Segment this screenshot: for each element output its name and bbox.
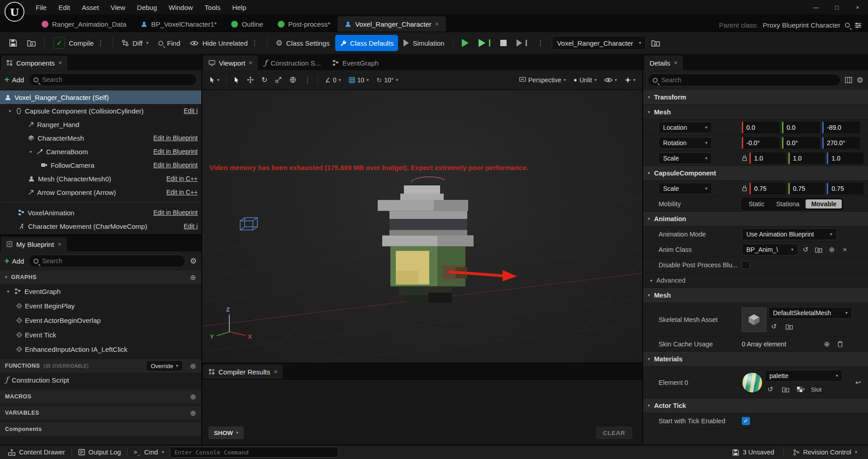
gear-icon[interactable]: ⚙ <box>190 257 197 265</box>
parent-class-value[interactable]: Proxy Blueprint Character <box>763 21 840 29</box>
tab-components[interactable]: Components × <box>1 56 67 70</box>
menu-asset[interactable]: Asset <box>76 0 105 14</box>
add-macro-icon[interactable]: ⊕ <box>190 393 196 401</box>
lock-icon[interactable] <box>742 185 747 192</box>
scale-y-field[interactable]: 1.0 <box>788 152 825 164</box>
menu-tools[interactable]: Tools <box>199 0 226 14</box>
collapse-icon[interactable]: ▾ <box>5 289 11 294</box>
animation-header[interactable]: ▾ Animation <box>643 212 868 227</box>
browse-asset-icon[interactable] <box>784 321 795 332</box>
class-defaults-button[interactable]: Class Defaults <box>335 35 398 51</box>
mobility-movable[interactable]: Movable <box>806 199 842 208</box>
tree-row-mesh-charactermesh0[interactable]: Mesh (CharacterMesh0) Edit in C++ <box>0 172 201 185</box>
world-local-toggle[interactable] <box>286 73 299 87</box>
tree-row-charactermesh[interactable]: CharacterMesh Edit in Blueprint <box>0 131 201 145</box>
variables-section-header[interactable]: VARIABLES ⊕ <box>0 406 201 420</box>
unreal-logo-icon[interactable]: U <box>5 2 24 22</box>
output-log-button[interactable]: Output Log <box>74 445 126 459</box>
edit-link[interactable]: Edit i <box>184 107 198 114</box>
clear-button[interactable]: CLEAR <box>596 426 632 439</box>
tree-row-cameraboom[interactable]: ▾ CameraBoom Edit in Blueprint <box>0 145 201 158</box>
location-z-field[interactable]: -89.0 <box>822 122 860 133</box>
collapse-icon[interactable]: ▾ <box>7 109 13 114</box>
edit-link[interactable]: Edit in Blueprint <box>153 148 198 155</box>
rotation-dropdown[interactable]: Rotation ▾ <box>659 137 712 149</box>
add-function-icon[interactable]: ⊕ <box>190 362 196 370</box>
menu-debug[interactable]: Debug <box>131 0 163 14</box>
add-array-element-icon[interactable]: ⊕ <box>821 339 832 350</box>
close-icon[interactable]: × <box>674 60 678 66</box>
mobility-stationary[interactable]: Stationa <box>771 199 805 208</box>
tab-my-blueprint[interactable]: My Blueprint × <box>1 237 67 251</box>
hide-unrelated-options-icon[interactable]: ⋮ <box>251 39 258 47</box>
add-blueprint-item-button[interactable]: + Add <box>5 257 24 265</box>
functions-section-header[interactable]: FUNCTIONS (35 OVERRIDABLE) Override ▾ ⊕ <box>0 359 201 373</box>
construction-script-row[interactable]: ƒ Construction Script <box>0 373 201 387</box>
edit-link[interactable]: Edit in C++ <box>166 175 198 182</box>
tab-post-process[interactable]: Post-process* <box>270 16 337 32</box>
save-button[interactable] <box>5 35 22 51</box>
add-graph-icon[interactable]: ⊕ <box>190 273 196 282</box>
skeletal-mesh-dropdown[interactable]: DefaultSkeletalMesh ▾ <box>768 307 852 319</box>
tab-viewport[interactable]: Viewport × <box>203 56 258 70</box>
compile-options-icon[interactable]: ⋮ <box>97 39 104 47</box>
details-search-input[interactable] <box>661 76 835 84</box>
tab-outline[interactable]: Outline <box>224 16 270 32</box>
capsule-scale-z-field[interactable]: 0.75 <box>827 183 863 194</box>
display-options-icon[interactable] <box>845 77 852 83</box>
disable-post-process-checkbox[interactable] <box>742 261 750 269</box>
components-section-header[interactable]: Components <box>0 422 201 436</box>
material-options-icon[interactable]: ▾ <box>796 384 806 395</box>
lock-icon[interactable] <box>742 155 747 161</box>
browse-asset-icon[interactable] <box>813 244 824 255</box>
play-options-button[interactable]: ⋮ <box>532 35 548 51</box>
viewmode-effects-dropdown[interactable]: ▾ <box>621 73 639 87</box>
menu-help[interactable]: Help <box>226 0 252 14</box>
class-settings-button[interactable]: ⚙ Class Settings <box>271 35 334 51</box>
maximize-button[interactable]: □ <box>826 0 847 14</box>
eject-button[interactable] <box>512 35 531 51</box>
settings-sliders-icon[interactable] <box>854 22 862 28</box>
graphs-section-header[interactable]: ▾ GRAPHS ⊕ <box>0 270 201 284</box>
menu-file[interactable]: File <box>30 0 52 14</box>
anim-class-dropdown[interactable]: BP_Anim_\ ▾ <box>742 244 798 256</box>
material-dropdown[interactable]: palette ▾ <box>765 370 843 382</box>
enhancedinput-leftclick-row[interactable]: EnhancedInputAction IA_LeftClick <box>0 342 201 356</box>
event-beginplay-row[interactable]: Event BeginPlay <box>0 298 201 313</box>
move-tool-button[interactable] <box>244 73 257 87</box>
close-button[interactable]: × <box>847 0 868 14</box>
add-variable-icon[interactable]: ⊕ <box>190 409 196 417</box>
tree-row-arrow-component[interactable]: Arrow Component (Arrow) Edit in C++ <box>0 185 201 199</box>
browse-asset-icon[interactable] <box>780 384 791 395</box>
content-drawer-button[interactable]: Content Drawer <box>4 445 70 459</box>
add-icon[interactable]: ⊕ <box>826 244 837 255</box>
use-selected-asset-icon[interactable]: ↺ <box>765 384 776 395</box>
menu-window[interactable]: Window <box>163 0 199 14</box>
rotate-tool-button[interactable]: ↻ <box>258 73 270 87</box>
use-selected-asset-icon[interactable]: ↺ <box>800 244 811 255</box>
location-y-field[interactable]: 0.0 <box>782 122 820 133</box>
skeletal-mesh-thumbnail[interactable] <box>742 308 766 332</box>
eventgraph-row[interactable]: ▾ EventGraph <box>0 284 201 298</box>
diff-button[interactable]: Diff ▾ <box>117 35 153 51</box>
select-tool-button[interactable] <box>230 73 242 87</box>
delete-icon[interactable] <box>835 339 845 350</box>
my-blueprint-search-input[interactable] <box>42 257 180 265</box>
menu-edit[interactable]: Edit <box>52 0 76 14</box>
capsule-scale-dropdown[interactable]: Scale ▾ <box>659 183 712 194</box>
animation-mode-dropdown[interactable]: Use Animation Blueprint ▾ <box>742 228 837 240</box>
edit-link[interactable]: Edit in Blueprint <box>153 134 198 142</box>
tab-bp-voxelcharacter1[interactable]: BP_VoxelCharacter1* <box>133 16 224 32</box>
perspective-dropdown[interactable]: Perspective ▾ <box>516 73 569 87</box>
tab-eventgraph[interactable]: EventGraph <box>327 56 384 70</box>
play-button[interactable] <box>457 35 473 51</box>
tree-row-self[interactable]: Voxel_Ranger_Character (Self) <box>0 90 201 104</box>
simulation-button[interactable]: Simulation <box>399 35 449 51</box>
tab-ranger-animation-data[interactable]: Ranger_Animation_Data <box>34 16 133 32</box>
scale-x-field[interactable]: 1.0 <box>749 152 786 164</box>
revision-control-button[interactable]: Revision Control ▾ <box>788 445 862 459</box>
tab-compiler-results[interactable]: Compiler Results × <box>203 364 283 379</box>
close-icon[interactable]: × <box>57 241 61 247</box>
use-selected-asset-icon[interactable]: ↺ <box>768 321 779 332</box>
clear-icon[interactable]: × <box>840 244 850 255</box>
